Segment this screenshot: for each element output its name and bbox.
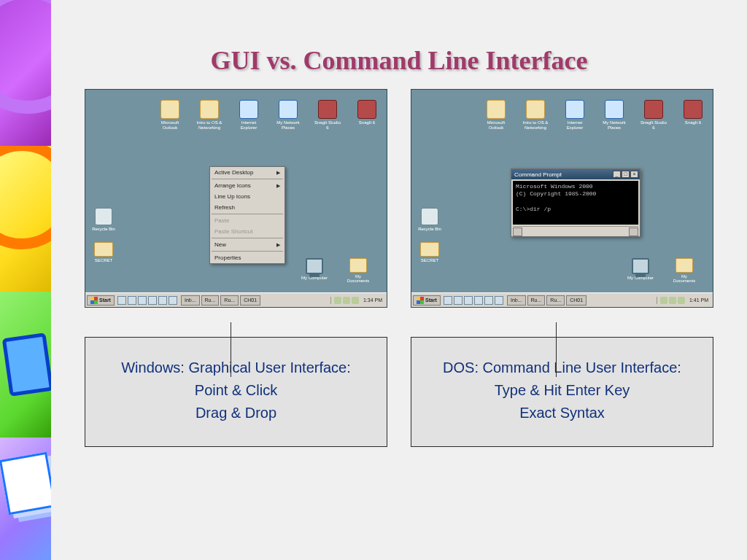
context-menu-item: Active Desktop▶ [210,167,285,178]
caption-line: Drag & Drop [98,402,374,424]
taskbar-item: Ru... [527,295,546,306]
decor-clock-purple [0,0,51,146]
window-title-text: Command Prompt [514,171,562,178]
minimize-icon: _ [613,171,621,178]
system-tray: 1:34 PM [330,297,385,304]
taskbar-item: CH01 [566,295,587,306]
app-icon [318,100,337,119]
start-button: Start [87,295,115,306]
desktop-icon: Internet Explorer [561,100,589,130]
decorative-sidebar [0,0,51,560]
chevron-right-icon: ▶ [276,170,280,176]
context-menu-item: Properties [210,252,285,263]
quick-launch [117,296,177,305]
taskbar-item: Inb... [181,295,200,306]
cli-caption: DOS: Command Line User Interface: Type &… [411,337,713,447]
context-menu-item: Paste Shortcut [210,226,285,237]
gui-screenshot: Microsoft OutlookIntro to OS & Networkin… [85,89,387,308]
context-menu: Active Desktop▶Arrange Icons▶Line Up Ico… [209,166,285,264]
recycle-bin-icon: Recycle Bin [90,208,117,232]
desktop-icon: Microsoft Outlook [156,100,184,130]
quick-launch [444,296,503,305]
slide-title: GUI vs. Command Line Interface [51,0,747,82]
desktop-icon: SnagIt Studio 6 [314,100,341,130]
caption-line: Exact Syntax [425,402,700,424]
desktop-icon: Internet Explorer [235,100,263,130]
caption-row: Windows: Graphical User Interface: Point… [51,308,747,447]
decor-clock-yellow [0,146,51,292]
context-menu-item: Line Up Icons [210,191,285,202]
desktop-icons-bottom: My Computer My Documents [301,258,372,284]
horizontal-scrollbar [513,226,638,235]
command-prompt-body: Microsoft Windows 2000 (C) Copyright 198… [513,181,638,225]
my-documents-icon: My Documents [670,258,698,284]
gui-taskbar: Start Inb...Ru...Ru...CH01 1:34 PM [85,292,387,307]
desktop-icons-left: Recycle Bin SECRET [416,208,444,273]
app-icon [684,100,703,119]
context-menu-item: New▶ [210,239,285,250]
secret-folder-icon: SECRET [90,242,117,263]
context-menu-item: Paste [210,215,285,226]
taskbar-item: Ru... [546,295,565,306]
taskbar-item: Ru... [201,295,220,306]
desktop-icons-top: Microsoft OutlookIntro to OS & Networkin… [482,100,707,130]
my-documents-icon: My Documents [344,258,372,284]
taskbar-clock: 1:41 PM [686,298,711,303]
command-prompt-window: Command Prompt _ □ × Microsoft Windows 2… [511,168,640,237]
context-menu-item: Refresh [210,202,285,213]
my-computer-icon: My Computer [301,258,328,284]
taskbar-item: Ru... [220,295,239,306]
app-icon [200,100,219,119]
cli-screenshot: Microsoft OutlookIntro to OS & Networkin… [411,89,713,308]
app-icon [239,100,258,119]
app-icon [487,100,506,119]
desktop-icons-left: Recycle Bin SECRET [90,208,117,273]
app-icon [644,100,663,119]
app-icon [160,100,179,119]
secret-folder-icon: SECRET [416,242,444,263]
caption-line: Windows: Graphical User Interface: [98,357,374,379]
desktop-icon: My Network Places [274,100,302,130]
decor-monitor-green [0,292,51,438]
app-icon [279,100,298,119]
connector-line [231,322,231,377]
context-menu-item: Arrange Icons▶ [210,180,285,191]
gui-caption: Windows: Graphical User Interface: Point… [85,337,387,447]
close-icon: × [630,171,638,178]
desktop-icon: SnagIt 6 [679,100,707,130]
chevron-right-icon: ▶ [276,183,280,189]
caption-line: Type & Hit Enter Key [425,379,700,402]
recycle-bin-icon: Recycle Bin [416,208,444,232]
caption-line: Point & Click [98,379,374,402]
slide-content: GUI vs. Command Line Interface Microsoft… [51,0,747,560]
app-icon [605,100,624,119]
desktop-icon: Intro to OS & Networking [196,100,223,130]
caption-line: DOS: Command Line User Interface: [425,357,700,379]
taskbar-clock: 1:34 PM [360,298,385,303]
screenshot-row: Microsoft OutlookIntro to OS & Networkin… [51,82,747,308]
cli-taskbar: Start Inb...Ru...Ru...CH01 1:41 PM [411,292,713,307]
desktop-icons-top: Microsoft OutlookIntro to OS & Networkin… [156,100,381,130]
app-icon [526,100,545,119]
decor-papers-blue [0,438,51,560]
desktop-icon: My Network Places [600,100,628,130]
maximize-icon: □ [622,171,630,178]
my-computer-icon: My Computer [627,258,654,284]
taskbar-item: CH01 [240,295,260,306]
app-icon [565,100,584,119]
system-tray: 1:41 PM [657,297,711,304]
chevron-right-icon: ▶ [276,242,280,248]
desktop-icon: Intro to OS & Networking [522,100,549,130]
desktop-icon: SnagIt Studio 6 [640,100,667,130]
app-icon [357,100,376,119]
desktop-icon: Microsoft Outlook [482,100,510,130]
taskbar-item: Inb... [507,295,526,306]
connector-line [556,322,557,377]
start-button: Start [413,295,441,306]
command-prompt-titlebar: Command Prompt _ □ × [511,169,640,179]
desktop-icon: SnagIt 6 [353,100,381,130]
desktop-icons-bottom: My Computer My Documents [627,258,698,284]
